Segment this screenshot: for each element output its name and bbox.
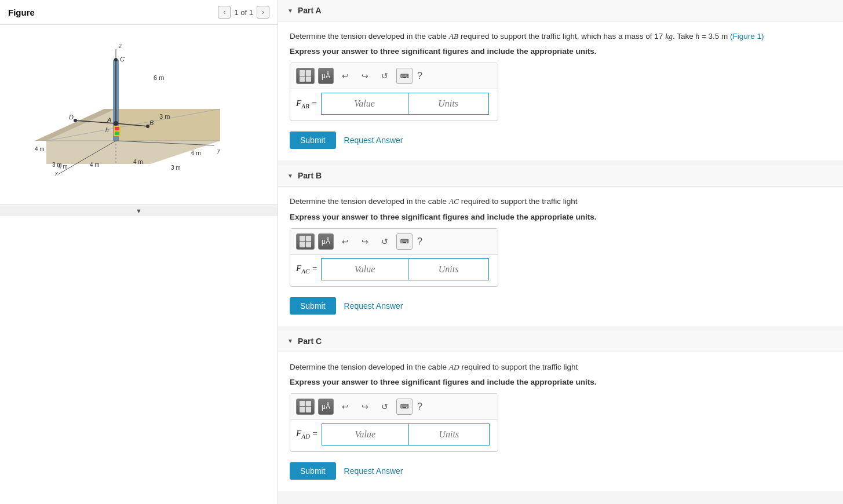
part-b-undo-btn[interactable]: ↩: [337, 233, 353, 250]
part-a-var-label: FAB =: [296, 98, 318, 109]
part-a-bold-note: Express your answer to three significant…: [290, 47, 831, 56]
part-c-header: ▼ Part C: [278, 331, 843, 352]
part-b-label: Part B: [298, 171, 322, 180]
part-b-keyboard-btn[interactable]: ⌨: [396, 233, 413, 250]
part-b-toggle[interactable]: ▼: [287, 173, 293, 179]
svg-text:D: D: [69, 114, 74, 120]
part-c-undo-btn[interactable]: ↩: [337, 399, 353, 415]
figure-navigation: ‹ 1 of 1 ›: [218, 6, 269, 19]
svg-rect-23: [115, 132, 119, 135]
part-b-help[interactable]: ?: [417, 236, 422, 247]
part-a-toggle[interactable]: ▼: [287, 8, 293, 14]
part-b-problem-text: Determine the tension developed in the c…: [290, 196, 831, 207]
part-c-input-row: FAD =: [290, 420, 498, 451]
svg-text:h: h: [105, 127, 109, 133]
part-b-header: ▼ Part B: [278, 165, 843, 187]
part-a-mu-btn[interactable]: μÅ: [318, 68, 334, 84]
svg-text:6 m: 6 m: [191, 150, 201, 156]
part-c-grid-btn[interactable]: [296, 399, 315, 415]
part-b-mu-btn[interactable]: μÅ: [318, 233, 334, 250]
part-b-content: Determine the tension developed in the c…: [278, 187, 843, 326]
svg-text:4 m: 4 m: [90, 162, 100, 168]
part-a-reset-btn[interactable]: ↺: [377, 68, 393, 84]
figure-image-area: C 6 m A B 3 m D h: [0, 25, 278, 204]
svg-text:C: C: [120, 56, 125, 63]
svg-text:4 m: 4 m: [133, 159, 143, 165]
part-b-input-row: FAC =: [290, 255, 498, 286]
part-a-submit-button[interactable]: Submit: [290, 132, 336, 149]
part-c-toolbar: μÅ ↩ ↪ ↺ ⌨ ?: [290, 394, 498, 420]
part-c-problem-text: Determine the tension developed in the c…: [290, 361, 831, 373]
part-b-submit-button[interactable]: Submit: [290, 297, 336, 315]
part-c-widget: μÅ ↩ ↪ ↺ ⌨ ? FAD =: [290, 393, 498, 452]
svg-text:z: z: [118, 43, 122, 49]
part-c-mu-btn[interactable]: μÅ: [318, 399, 334, 415]
part-b-submit-row: Submit Request Answer: [290, 297, 831, 315]
figure-diagram: C 6 m A B 3 m D h: [0, 25, 255, 187]
svg-text:6 m: 6 m: [154, 74, 164, 81]
part-c-units-input[interactable]: [408, 423, 490, 445]
svg-rect-22: [115, 127, 119, 130]
part-c-bold-note: Express your answer to three significant…: [290, 378, 831, 386]
part-b-toolbar: μÅ ↩ ↪ ↺ ⌨ ?: [290, 229, 498, 255]
part-a-help[interactable]: ?: [417, 71, 422, 81]
part-b-section: ▼ Part B Determine the tension developed…: [278, 165, 843, 326]
figure-next-button[interactable]: ›: [257, 6, 269, 19]
part-b-var-label: FAC =: [296, 264, 318, 275]
part-a-problem-text: Determine the tension developed in the c…: [290, 31, 831, 42]
svg-text:3 m: 3 m: [171, 165, 181, 171]
svg-text:B: B: [149, 119, 154, 126]
part-c-section: ▼ Part C Determine the tension developed…: [278, 331, 843, 491]
part-a-undo-btn[interactable]: ↩: [337, 68, 353, 84]
part-c-submit-button[interactable]: Submit: [290, 462, 336, 480]
part-a-header: ▼ Part A: [278, 0, 843, 21]
part-a-grid-btn[interactable]: [296, 68, 315, 84]
svg-text:3 m: 3 m: [52, 162, 62, 168]
part-a-label: Part A: [298, 6, 322, 15]
part-a-widget: μÅ ↩ ↪ ↺ ⌨ ? FAB =: [290, 63, 498, 121]
figure-count: 1 of 1: [234, 8, 253, 17]
part-a-keyboard-btn[interactable]: ⌨: [396, 68, 413, 84]
part-a-submit-row: Submit Request Answer: [290, 132, 831, 149]
part-a-section: ▼ Part A Determine the tension developed…: [278, 0, 843, 160]
part-c-label: Part C: [298, 337, 322, 346]
part-c-reset-btn[interactable]: ↺: [377, 399, 393, 415]
svg-text:y: y: [217, 147, 221, 154]
part-c-request-link[interactable]: Request Answer: [344, 466, 403, 476]
part-a-redo-btn[interactable]: ↪: [357, 68, 373, 84]
svg-text:x: x: [54, 170, 59, 177]
problems-panel: ▼ Part A Determine the tension developed…: [278, 0, 843, 504]
part-c-content: Determine the tension developed in the c…: [278, 352, 843, 491]
part-b-redo-btn[interactable]: ↪: [357, 233, 373, 250]
part-a-figure-link[interactable]: (Figure 1): [730, 32, 764, 41]
svg-text:4 m: 4 m: [35, 146, 45, 152]
part-b-reset-btn[interactable]: ↺: [377, 233, 393, 250]
part-b-bold-note: Express your answer to three significant…: [290, 213, 831, 221]
part-b-request-link[interactable]: Request Answer: [344, 301, 403, 311]
part-a-toolbar: μÅ ↩ ↪ ↺ ⌨ ?: [290, 63, 498, 89]
part-a-value-input[interactable]: [321, 93, 408, 115]
figure-panel: Figure ‹ 1 of 1 › C 6 m: [0, 0, 278, 504]
part-c-keyboard-btn[interactable]: ⌨: [396, 399, 413, 415]
part-c-toggle[interactable]: ▼: [287, 338, 293, 344]
svg-text:3 m: 3 m: [159, 113, 170, 120]
part-b-grid-btn[interactable]: [296, 233, 315, 250]
part-a-input-row: FAB =: [290, 89, 498, 120]
part-c-submit-row: Submit Request Answer: [290, 462, 831, 480]
figure-prev-button[interactable]: ‹: [218, 6, 231, 19]
figure-scroll-down[interactable]: ▼: [0, 204, 278, 216]
part-c-value-input[interactable]: [322, 423, 408, 445]
part-c-var-label: FAD =: [296, 429, 318, 440]
part-b-widget: μÅ ↩ ↪ ↺ ⌨ ? FAC =: [290, 228, 498, 287]
part-a-units-input[interactable]: [408, 93, 489, 115]
part-a-request-link[interactable]: Request Answer: [344, 136, 403, 145]
part-a-content: Determine the tension developed in the c…: [278, 21, 843, 160]
part-c-redo-btn[interactable]: ↪: [357, 399, 373, 415]
part-b-value-input[interactable]: [321, 258, 408, 280]
part-b-units-input[interactable]: [408, 258, 489, 280]
part-c-help[interactable]: ?: [417, 401, 422, 412]
figure-header: Figure ‹ 1 of 1 ›: [0, 0, 278, 25]
figure-title: Figure: [8, 8, 35, 17]
